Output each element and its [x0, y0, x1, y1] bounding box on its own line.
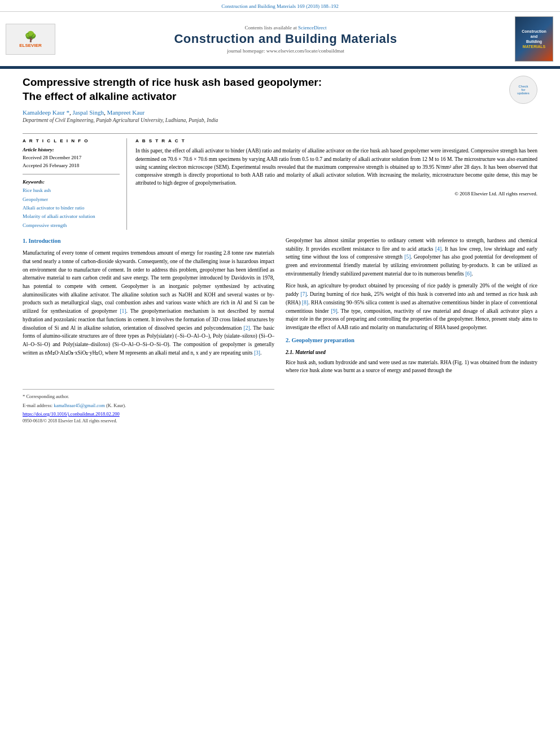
journal-cover-text: Construction and Building MATERIALS	[522, 29, 546, 49]
email-link[interactable]: kamalhraar45@gmail.com	[54, 403, 105, 408]
ref-8: [8]	[302, 300, 308, 305]
journal-cover-container: Construction and Building MATERIALS	[515, 16, 554, 62]
author-name: Kamaldeep Kaur *	[23, 109, 69, 116]
journal-banner: 🌳 ELSEVIER Contents lists available at S…	[0, 12, 560, 68]
doi-line: https://doi.org/10.1016/j.conbuildmat.20…	[23, 410, 274, 418]
cover-title-line3: Building	[526, 40, 542, 43]
contents-label: Contents lists available at	[245, 25, 297, 30]
received-date: Received 28 December 2017	[23, 154, 120, 162]
affiliation: Department of Civil Engineering, Punjab …	[23, 117, 501, 123]
authors-line: Kamaldeep Kaur *, Jaspal Singh, Manpreet…	[23, 109, 501, 116]
ref-6: [6]	[465, 271, 471, 277]
accepted-date: Accepted 26 February 2018	[23, 162, 120, 170]
elsevier-logo: 🌳 ELSEVIER	[6, 24, 55, 55]
corresponding-label: * Corresponding author.	[23, 394, 69, 399]
email-label: E-mail address:	[23, 403, 53, 408]
cover-title-line4: MATERIALS	[523, 45, 545, 49]
keyword-1: Rice husk ash	[23, 186, 120, 195]
ref-4: [4]	[435, 246, 441, 252]
section1-heading: 1. Introduction	[23, 237, 274, 246]
cover-title-line1: Construction	[522, 29, 546, 33]
journal-cover: Construction and Building MATERIALS	[515, 16, 553, 62]
email-suffix: (K. Kaur).	[106, 403, 126, 408]
ref-2: [2]	[244, 325, 250, 331]
keyword-3: Alkali activator to binder ratio	[23, 204, 120, 212]
section2-heading: 2. Geopolymer preparation	[286, 336, 537, 345]
abstract-title: A B S T R A C T	[135, 138, 537, 143]
intro-paragraph-2: Geopolymer has almost similar properties…	[286, 237, 537, 278]
tree-icon: 🌳	[24, 30, 37, 43]
article-title: Compressive strength of rice husk ash ba…	[23, 76, 501, 103]
check-updates-badge[interactable]: Checkforupdates	[509, 76, 537, 104]
keyword-4: Molarity of alkali activator solution	[23, 212, 120, 221]
keywords-divider	[23, 174, 120, 174]
intro-paragraph-3: Rice husk, an agriculture by-product obt…	[286, 282, 537, 331]
issn-line: 0950-0618/© 2018 Elsevier Ltd. All right…	[23, 418, 274, 425]
abstract-text: In this paper, the effect of alkali acti…	[135, 147, 537, 187]
article-info: A R T I C L E I N F O Article history: R…	[23, 138, 127, 229]
corresponding-author-note: * Corresponding author.	[23, 393, 274, 400]
article-info-title: A R T I C L E I N F O	[23, 138, 120, 143]
ref-7: [7]	[300, 291, 307, 297]
ref-9: [9]	[331, 308, 337, 314]
article-footer: * Corresponding author. E-mail address: …	[23, 389, 274, 425]
history-label: Article history:	[23, 147, 120, 152]
keywords-label: Keywords:	[23, 179, 120, 185]
title-section: Compressive strength of rice husk ash ba…	[23, 76, 537, 129]
elsevier-label: ELSEVIER	[19, 43, 42, 48]
ref-3: [3]	[254, 350, 260, 356]
banner-center: Contents lists available at ScienceDirec…	[62, 25, 509, 54]
author-name-3: Manpreet Kaur	[107, 109, 145, 116]
info-abstract-section: A R T I C L E I N F O Article history: R…	[23, 133, 537, 229]
journal-homepage: journal homepage: www.elsevier.com/locat…	[62, 48, 509, 54]
journal-title: Construction and Building Materials	[62, 32, 509, 46]
article-content: Compressive strength of rice husk ash ba…	[0, 69, 560, 430]
abstract-section: A B S T R A C T In this paper, the effec…	[135, 138, 537, 229]
cover-title-line2: and	[531, 34, 537, 38]
check-updates-label: Checkforupdates	[517, 85, 529, 95]
body-col-right: Geopolymer has almost similar properties…	[286, 237, 537, 425]
section2-paragraph-1: Rice husk ash, sodium hydroxide and sand…	[286, 359, 537, 375]
ref-5: [5]	[404, 254, 410, 260]
ref-1: [1]	[120, 308, 126, 314]
copyright: © 2018 Elsevier Ltd. All rights reserved…	[135, 191, 537, 196]
title-text-container: Compressive strength of rice husk ash ba…	[23, 76, 501, 129]
body-col-left: 1. Introduction Manufacturing of every t…	[23, 237, 274, 425]
doi-link[interactable]: https://doi.org/10.1016/j.conbuildmat.20…	[23, 411, 120, 417]
article-body: 1. Introduction Manufacturing of every t…	[23, 237, 537, 425]
section2-1-heading: 2.1. Material used	[286, 348, 537, 357]
journal-reference: Construction and Building Materials 169 …	[0, 0, 560, 12]
sciencedirect-link[interactable]: ScienceDirect	[298, 25, 326, 30]
keyword-5: Compressive strength	[23, 221, 120, 230]
keyword-2: Geopolymer	[23, 195, 120, 204]
homepage-label: journal homepage: www.elsevier.com/locat…	[227, 48, 344, 54]
intro-paragraph-1: Manufacturing of every tonne of cement r…	[23, 249, 274, 357]
author-name-2: Jaspal Singh	[73, 109, 104, 116]
contents-line: Contents lists available at ScienceDirec…	[62, 25, 509, 30]
email-note: E-mail address: kamalhraar45@gmail.com (…	[23, 402, 274, 409]
elsevier-logo-container: 🌳 ELSEVIER	[6, 24, 56, 55]
